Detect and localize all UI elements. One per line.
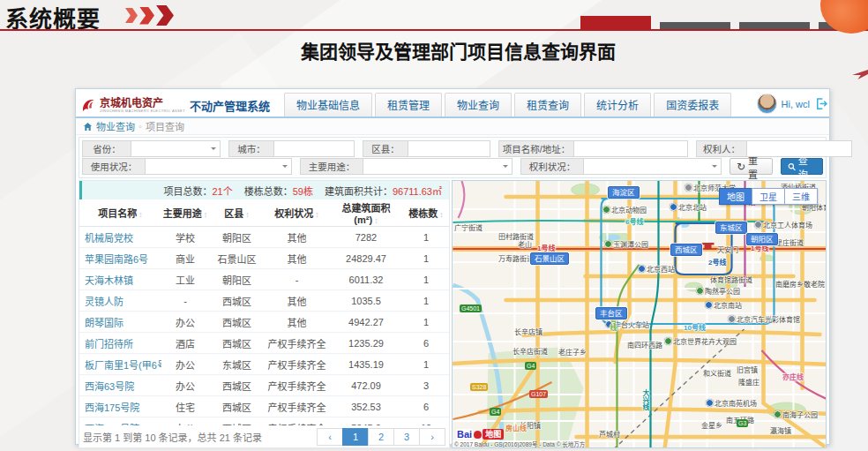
logout-icon[interactable] (814, 97, 827, 110)
table-row[interactable]: 西海63号院办公西城区产权手续齐全472.093 (79, 375, 449, 396)
place-label-瀛海镇: 瀛海镇 (770, 425, 791, 435)
project-name-link[interactable]: 前门招待所 (79, 333, 161, 354)
column-title: 主要用途 (163, 208, 202, 219)
project-name-link[interactable]: 灵镜人防 (79, 290, 161, 312)
nav-tab-国资委报表[interactable]: 国资委报表 (654, 93, 731, 117)
table-row[interactable]: 灵镜人防-西城区其他1035.51 (79, 290, 449, 312)
page-button-2[interactable]: 2 (368, 428, 394, 446)
park-icon (774, 410, 782, 418)
nav-tab-物业查询[interactable]: 物业查询 (445, 93, 512, 117)
place-name: 老庄子乡 (558, 349, 587, 357)
table-row[interactable]: 西海175号院住宅西城区产权手续齐全352.536 (79, 396, 449, 417)
place-name: 万寿路街道 (498, 255, 534, 263)
project-name-input[interactable] (573, 140, 688, 157)
column-title: 总建筑面积(m²) (342, 203, 391, 225)
page-button-‹[interactable]: ‹ (317, 428, 343, 446)
sort-icon: ↕ (439, 210, 444, 219)
usage-status-select[interactable] (145, 158, 292, 175)
place-name: 老山 (518, 241, 532, 249)
project-name-link[interactable]: 朗琴国际 (79, 312, 161, 333)
map-type-三维[interactable]: 三维 (784, 188, 818, 205)
nav-tab-物业基础信息[interactable]: 物业基础信息 (284, 93, 372, 117)
baidu-logo[interactable]: Bai 地图 (456, 429, 504, 440)
column-header-主要用途[interactable]: 主要用途↕ (161, 199, 209, 227)
column-header-区县[interactable]: 区县↕ (209, 199, 265, 227)
place-name: 瀛海镇 (770, 427, 791, 435)
avatar[interactable] (757, 94, 777, 114)
breadcrumb-root[interactable]: 物业查询 (96, 119, 135, 133)
map[interactable]: 海淀区东城区朝阳区西城区石景山区丰台区北京师范大学酒仙桥街道北京北站北京动物园北… (452, 180, 827, 448)
summary-label: 楼栋总数： (244, 186, 293, 197)
nav-tab-租赁查询[interactable]: 租赁查询 (514, 93, 581, 117)
map-type-control: 地图卫星三维 (720, 188, 818, 205)
results-panel: 项目总数：21个楼栋总数：59栋建筑面积共计：96711.63㎡ 项目名称↕主要… (79, 180, 450, 448)
table-cell: 其他 (265, 290, 329, 312)
filter-panel: 省份：城市：区县：项目名称/地址：权利人： 使用状况：主要用途：权利状况：↻重置… (79, 137, 827, 178)
search-button[interactable]: 查询 (781, 158, 823, 175)
filter-row-1: 省份：城市：区县：项目名称/地址：权利人： (82, 140, 823, 157)
table-cell: 朝阳区 (209, 227, 265, 248)
project-name-link[interactable]: 西海63号院 (79, 375, 161, 396)
place-name: 旧宫镇 (737, 366, 758, 374)
page-button-›[interactable]: › (419, 428, 445, 446)
table-row[interactable]: 朗琴国际办公西城区其他4942.271 (79, 312, 449, 333)
table-row[interactable]: 前门招待所酒店西城区产权手续齐全1235.296 (79, 333, 449, 354)
place-label-玉渊潭公园: 玉渊潭公园 (604, 239, 648, 249)
column-header-总建筑面积(m²)[interactable]: 总建筑面积(m²)↕ (329, 199, 403, 227)
column-title: 楼栋数 (408, 208, 438, 219)
airport-icon (706, 399, 714, 407)
project-name-link[interactable]: 板厂南里1号(甲6号) (79, 354, 161, 375)
table-cell: 西城区 (209, 396, 265, 417)
table-row[interactable]: 天海木林镇工业朝阳区-6011.321 (79, 269, 449, 290)
stadium-icon (728, 315, 736, 323)
table-cell: - (161, 290, 209, 312)
right-holder-input[interactable] (746, 140, 852, 157)
main-use-select[interactable] (363, 158, 513, 175)
reset-button[interactable]: ↻重置 (730, 158, 773, 175)
table-row[interactable]: 板厂南里1号(甲6号)办公东城区产权手续齐全1435.191 (79, 354, 449, 375)
pagination-info: 显示第 1 到第 10 条记录，总共 21 条记录 (83, 430, 262, 444)
filter-label-project-name: 项目名称/地址： (498, 140, 573, 157)
map-type-地图[interactable]: 地图 (719, 188, 752, 205)
table-cell: 1 (403, 290, 449, 312)
project-name-link[interactable]: 机械局党校 (79, 227, 161, 248)
right-status-select[interactable] (583, 158, 722, 175)
chevron-down-icon (712, 165, 717, 170)
road-badge-G4: G4 (490, 408, 501, 416)
home-icon[interactable] (83, 122, 93, 132)
nav-tab-统计分析[interactable]: 统计分析 (584, 93, 651, 117)
column-header-楼栋数[interactable]: 楼栋数↕ (403, 199, 449, 227)
place-label-北京世界花卉大观园: 北京世界花卉大观园 (664, 336, 737, 346)
district-label-石景山区: 石景山区 (530, 252, 569, 265)
road-badge-S328: S328 (470, 383, 488, 391)
map-type-卫星[interactable]: 卫星 (752, 188, 785, 205)
place-label-长辛店街道: 长辛店街道 (513, 346, 548, 356)
table-cell: 办公 (161, 354, 209, 375)
pagination: ‹123› (318, 428, 445, 446)
project-name-link[interactable]: 苹果园南路6号 (79, 248, 161, 269)
project-name-link[interactable]: 天海木林镇 (79, 269, 161, 290)
city-input[interactable] (273, 140, 355, 157)
page-button-3[interactable]: 3 (393, 428, 420, 446)
table-row[interactable]: 苹果园南路6号商业石景山区其他24829.471 (79, 248, 449, 269)
place-label-北京南站: 北京南站 (705, 300, 742, 310)
district-input[interactable] (408, 140, 490, 157)
table-cell: 其他 (265, 312, 329, 333)
metro-line-label-亦庄线: 亦庄线 (782, 372, 804, 381)
page-button-1[interactable]: 1 (342, 428, 369, 446)
table-cell: 6 (403, 396, 449, 417)
sort-icon: ↕ (138, 210, 143, 219)
column-title: 项目名称 (98, 208, 137, 219)
province-select[interactable] (131, 140, 221, 157)
filter-label-city: 城市： (228, 140, 273, 157)
column-header-权利状况[interactable]: 权利状况↕ (265, 199, 329, 227)
navbar: 京城机电资产 JINGCHENG MACHINERY ELECTRIC ASSE… (76, 89, 829, 118)
metro-line-label-1号线: 1号线 (537, 243, 555, 252)
table-row[interactable]: 机械局党校学校朝阳区其他72821 (79, 227, 449, 248)
place-name: 芦城村 (599, 431, 620, 439)
place-label-老山: 老山 (518, 239, 532, 249)
nav-tab-租赁管理[interactable]: 租赁管理 (375, 93, 442, 117)
place-label-体育馆路街道: 体育馆路街道 (710, 274, 752, 284)
column-header-项目名称[interactable]: 项目名称↕ (79, 199, 161, 227)
project-name-link[interactable]: 西海175号院 (79, 396, 161, 417)
